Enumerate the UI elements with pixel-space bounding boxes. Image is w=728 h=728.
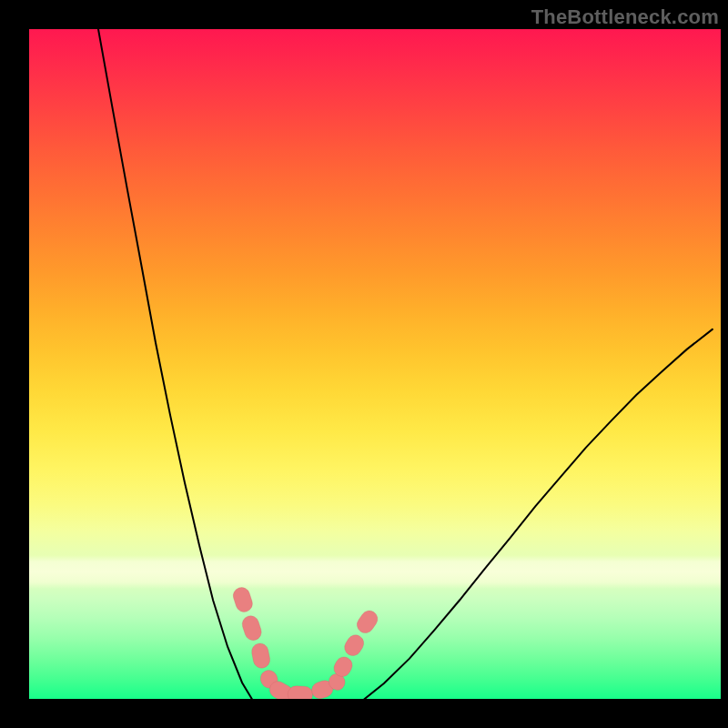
valley-segment (250, 642, 271, 669)
valley-segment (288, 686, 313, 699)
valley-segments (231, 585, 381, 699)
valley-segment (231, 585, 255, 614)
chart-frame: TheBottleneck.com (0, 0, 728, 728)
right-curve (333, 329, 712, 699)
watermark-text: TheBottleneck.com (531, 5, 719, 29)
valley-segment (240, 613, 264, 642)
valley-segment (341, 632, 367, 659)
plot-area (29, 29, 721, 699)
valley-segment (354, 608, 381, 637)
curves-svg (29, 29, 721, 699)
